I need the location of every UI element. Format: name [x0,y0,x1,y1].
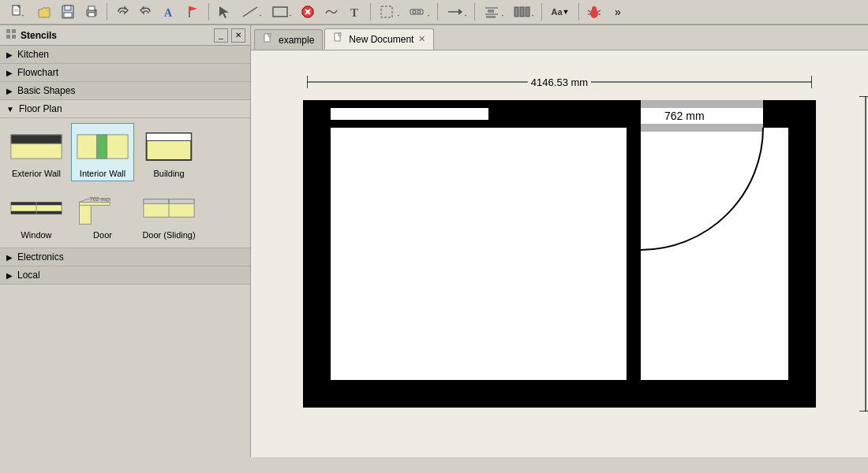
svg-text:A: A [164,7,173,19]
content-area: example New Document ✕ [251,25,868,457]
tab-close-button[interactable]: ✕ [418,34,425,44]
svg-rect-84 [627,128,641,285]
sep3 [370,3,371,20]
text-button[interactable]: T [344,2,366,21]
svg-rect-64 [79,203,110,206]
canvas-container[interactable]: 4146.53 mm 2470.83 mm [251,50,868,457]
building-thumb [140,126,197,167]
wave-button[interactable] [320,2,342,21]
bug-button[interactable] [583,2,605,21]
door-sliding-thumb [140,188,197,229]
category-kitchen[interactable]: ▶ Kitchen [0,46,250,64]
floor-plan-arrow-icon: ▼ [6,105,14,114]
svg-marker-37 [502,15,503,17]
pen-button[interactable] [405,2,433,21]
tab-example-icon [263,33,274,47]
shape-interior-wall[interactable]: Interior Wall [71,123,134,181]
svg-text:762 mm: 762 mm [664,110,705,122]
interior-wall-label: Interior Wall [80,169,125,178]
svg-rect-7 [64,13,72,17]
sep7 [578,3,579,20]
floor-plan-svg[interactable]: 762 mm [299,96,820,412]
svg-rect-38 [514,7,518,17]
sep2 [208,3,209,20]
more-button[interactable]: » [607,2,629,21]
floor-plan-shapes: Exterior Wall Interior Wall [0,118,250,248]
floor-plan-wrapper: 4146.53 mm 2470.83 mm [299,96,820,412]
col-button[interactable] [509,2,537,21]
category-kitchen-label: Kitchen [17,49,49,60]
toolbar-container: A T [0,0,868,25]
flowchart-arrow-icon: ▶ [6,69,13,77]
shape-exterior-wall[interactable]: Exterior Wall [5,123,68,181]
svg-rect-48 [6,29,10,33]
stop-button[interactable] [297,2,319,21]
tab-example[interactable]: example [254,29,323,50]
stencils-minimize-button[interactable]: _ [214,28,228,43]
svg-line-16 [243,7,257,17]
category-flowchart[interactable]: ▶ Flowchart [0,64,250,82]
svg-rect-72 [339,33,341,35]
stencils-title: Stencils [21,30,211,41]
svg-rect-10 [88,6,95,10]
arrow-button[interactable] [442,2,470,21]
category-basic-shapes[interactable]: ▶ Basic Shapes [0,82,250,100]
redo-button[interactable] [135,2,157,21]
dim-top-label: 4146.53 mm [528,76,591,88]
select-button[interactable] [375,2,403,21]
svg-marker-32 [465,15,466,17]
category-local-label: Local [17,270,40,281]
window-label: Window [21,230,51,240]
svg-point-27 [413,10,416,13]
svg-rect-49 [12,29,16,33]
align-button[interactable] [479,2,507,21]
svg-rect-53 [11,135,62,143]
fontsize-button[interactable]: Aa▼ [546,2,574,21]
svg-rect-26 [410,9,423,14]
svg-text:T: T [350,6,358,19]
svg-rect-24 [381,6,392,17]
new-button[interactable] [3,2,32,21]
pointer-button[interactable] [213,2,235,21]
category-local[interactable]: ▶ Local [0,266,250,285]
sep1 [107,3,107,20]
tab-new-document[interactable]: New Document ✕ [324,28,434,50]
tab-bar: example New Document ✕ [251,25,868,50]
font-button[interactable]: A [159,2,181,21]
category-floor-plan[interactable]: ▼ Floor Plan [0,100,250,118]
shape-window[interactable]: Window [5,184,68,243]
svg-rect-57 [147,133,192,140]
toolbar-row: A T [0,0,868,24]
svg-marker-31 [458,9,462,15]
flag-button[interactable] [182,2,204,21]
category-electronics-label: Electronics [17,251,64,263]
stencils-icon [5,28,17,43]
print-button[interactable] [80,2,103,21]
svg-marker-29 [428,15,429,17]
rect-button[interactable] [267,2,295,21]
svg-point-28 [417,10,421,13]
shape-door-sliding[interactable]: Door (Sliding) [137,184,200,243]
line-button[interactable] [237,2,265,21]
stencils-content: ▶ Kitchen ▶ Flowchart ▶ Basic Shapes ▼ F… [0,46,250,457]
shape-building[interactable]: Building [137,123,200,181]
exterior-wall-thumb [8,126,65,167]
svg-rect-6 [65,6,71,10]
svg-marker-3 [22,15,24,17]
exterior-wall-label: Exterior Wall [12,169,61,178]
category-electronics[interactable]: ▶ Electronics [0,248,250,266]
shape-door[interactable]: 762 mm Door [71,184,134,243]
svg-marker-15 [219,6,229,18]
svg-rect-39 [520,7,524,17]
svg-rect-51 [12,35,16,39]
svg-marker-19 [290,15,291,17]
undo-button[interactable] [111,2,133,21]
svg-rect-80 [331,128,788,380]
door-thumb: 762 mm [74,188,131,229]
stencils-close-button[interactable]: ✕ [231,28,245,43]
save-button[interactable] [57,2,79,21]
category-basic-shapes-label: Basic Shapes [17,85,75,96]
svg-rect-34 [488,9,494,13]
svg-marker-41 [532,15,533,17]
open-button[interactable] [33,2,55,21]
